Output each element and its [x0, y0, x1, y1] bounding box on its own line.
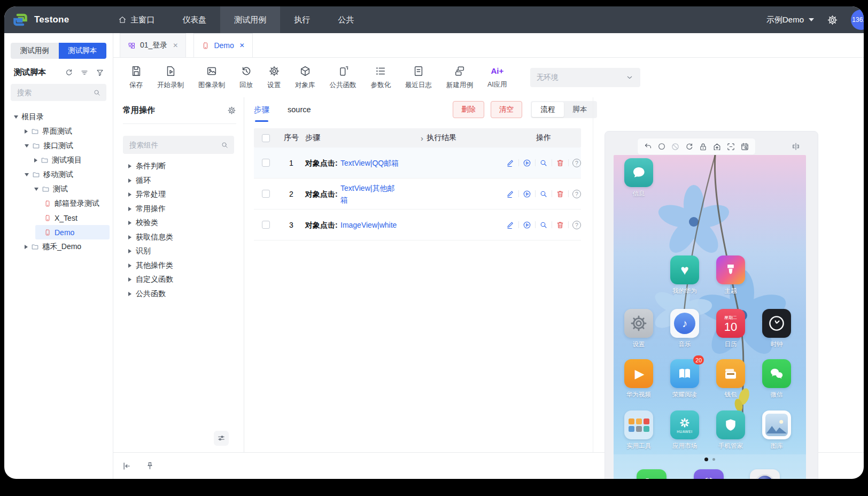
row-checkbox[interactable] — [262, 159, 270, 167]
trash-icon[interactable] — [556, 190, 564, 198]
toggle-test-cases[interactable]: 测试用例 — [11, 43, 59, 59]
tree-leaf-mail-login-test[interactable]: 邮箱登录测试 — [4, 196, 113, 211]
trash-icon[interactable] — [556, 221, 564, 229]
tree-node-suihe-demo[interactable]: 穗禾_Demo — [4, 239, 113, 254]
nav-public[interactable]: 公共 — [324, 6, 368, 33]
nav-dashboard[interactable]: 仪表盘 — [168, 6, 220, 33]
app-settings[interactable]: 设置 — [622, 309, 655, 348]
view-script-button[interactable]: 脚本 — [564, 102, 596, 117]
app-phone-manager[interactable]: 手机管家 — [714, 410, 747, 450]
lock-icon[interactable] — [699, 142, 708, 151]
screenshot-scan-icon[interactable] — [726, 142, 735, 151]
collapse-left-icon[interactable] — [122, 461, 131, 471]
clear-button[interactable]: 清空 — [491, 101, 522, 118]
refresh-icon[interactable] — [685, 142, 694, 151]
refresh-icon[interactable] — [65, 68, 73, 77]
tree-node-ui-test[interactable]: 界面测试 — [4, 124, 113, 138]
split-view-icon[interactable] — [791, 142, 801, 151]
toggle-test-scripts[interactable]: 测试脚本 — [59, 43, 107, 59]
caret-right-icon[interactable] — [34, 158, 37, 162]
search-icon[interactable] — [539, 221, 548, 229]
search-icon[interactable] — [221, 141, 229, 149]
category-loop[interactable]: 循环 — [123, 174, 244, 188]
app-reader[interactable]: 20 荣耀阅读 — [668, 359, 701, 399]
nav-execute[interactable]: 执行 — [280, 6, 324, 33]
new-case-button[interactable]: 新建用例 — [446, 65, 473, 90]
caret-down-icon[interactable] — [25, 173, 29, 176]
tree-node-root[interactable]: 根目录 — [4, 110, 113, 124]
row-checkbox[interactable] — [262, 221, 270, 229]
caret-down-icon[interactable] — [14, 115, 18, 119]
panel-adjust-button[interactable] — [214, 431, 229, 446]
recent-logs-button[interactable]: 最近日志 — [405, 65, 432, 90]
upload-icon[interactable] — [712, 142, 722, 151]
help-icon[interactable]: ? — [572, 190, 581, 198]
nav-test-cases[interactable]: 测试用例 — [220, 6, 280, 33]
step-target-link[interactable]: TextView|QQ邮箱 — [340, 157, 400, 169]
parameterize-button[interactable]: 参数化 — [371, 65, 391, 90]
step-target-link[interactable]: ImageView|white — [340, 219, 400, 231]
dock-camera[interactable] — [748, 469, 781, 479]
caret-right-icon[interactable] — [25, 245, 28, 249]
tab-source[interactable]: source — [288, 97, 311, 122]
settings-button[interactable]: 设置 — [267, 65, 281, 90]
search-icon[interactable] — [539, 159, 548, 167]
gear-icon[interactable] — [227, 106, 236, 115]
play-circle-icon[interactable] — [523, 159, 531, 167]
start-record-button[interactable]: 开始录制 — [157, 65, 184, 90]
category-public-functions[interactable]: 公共函数 — [123, 287, 244, 301]
app-themes[interactable]: 主题 — [714, 255, 747, 295]
tree-leaf-demo-selected[interactable]: Demo — [35, 225, 110, 239]
play-circle-icon[interactable] — [523, 221, 531, 229]
category-custom-functions[interactable]: 自定义函数 — [123, 273, 244, 287]
app-messages[interactable]: 信息 — [622, 158, 655, 198]
caret-right-icon[interactable] — [25, 129, 28, 134]
app-clock[interactable]: 时钟 — [760, 309, 793, 348]
app-gallery[interactable]: 图库 — [760, 410, 793, 450]
tab-demo[interactable]: Demo ✕ — [193, 33, 252, 57]
delete-button[interactable]: 删除 — [453, 101, 484, 118]
object-library-button[interactable]: 对象库 — [295, 65, 315, 90]
edit-pencil-icon[interactable] — [506, 190, 515, 198]
playback-button[interactable]: 回放 — [239, 65, 253, 90]
nav-main-window[interactable]: 主窗口 — [104, 6, 168, 33]
trash-icon[interactable] — [556, 159, 564, 167]
edit-pencil-icon[interactable] — [506, 221, 515, 229]
environment-select[interactable]: 无环境 — [530, 68, 640, 87]
image-record-button[interactable]: 图像录制 — [198, 65, 225, 90]
save-button[interactable]: 保存 — [129, 65, 143, 90]
caret-down-icon[interactable] — [25, 144, 29, 148]
back-undo-icon[interactable] — [644, 142, 653, 151]
settings-gear-icon[interactable] — [827, 14, 838, 26]
close-icon[interactable]: ✕ — [239, 42, 245, 49]
app-wechat[interactable]: 微信 — [760, 359, 793, 399]
view-flow-button[interactable]: 流程 — [532, 102, 564, 117]
app-huawei-video[interactable]: ▶ 华为视频 — [622, 359, 655, 399]
play-circle-icon[interactable] — [523, 190, 531, 198]
tree-leaf-x-test[interactable]: X_Test — [4, 211, 113, 225]
filter-funnel-icon[interactable] — [96, 68, 104, 77]
app-my-huawei[interactable]: ♥ 我的华为 — [668, 255, 701, 295]
app-calendar[interactable]: 星期二 10 日历 — [714, 309, 747, 348]
tab-steps[interactable]: 步骤 — [254, 97, 269, 122]
tab-01-login[interactable]: 01_登录 ✕ — [120, 33, 186, 57]
step-target-link[interactable]: TextView|其他邮箱 — [340, 182, 400, 206]
search-icon[interactable] — [93, 89, 101, 97]
project-selector[interactable]: 示例Demo — [766, 15, 814, 25]
tree-node-mobile-test[interactable]: 移动测试 — [4, 167, 113, 182]
search-icon[interactable] — [539, 190, 548, 198]
app-music[interactable]: ♪ 音乐 — [668, 309, 701, 348]
app-appgallery[interactable]: HUAWEI 应用市场 — [668, 410, 701, 450]
caret-down-icon[interactable] — [34, 188, 38, 191]
tree-node-test[interactable]: 测试 — [4, 182, 113, 196]
tree-node-api-test[interactable]: 接口测试 — [4, 138, 113, 153]
user-avatar[interactable]: 13616 — [851, 10, 864, 30]
select-all-checkbox[interactable] — [262, 134, 270, 142]
category-condition[interactable]: 条件判断 — [123, 159, 244, 174]
close-icon[interactable]: ✕ — [173, 42, 178, 49]
calendar-search-icon[interactable] — [740, 142, 749, 151]
dock-browser[interactable] — [692, 469, 725, 479]
pin-icon[interactable] — [145, 461, 154, 470]
edit-pencil-icon[interactable] — [506, 159, 515, 167]
device-screen[interactable]: 信息 ♥ 我的华为 主题 — [614, 155, 806, 479]
